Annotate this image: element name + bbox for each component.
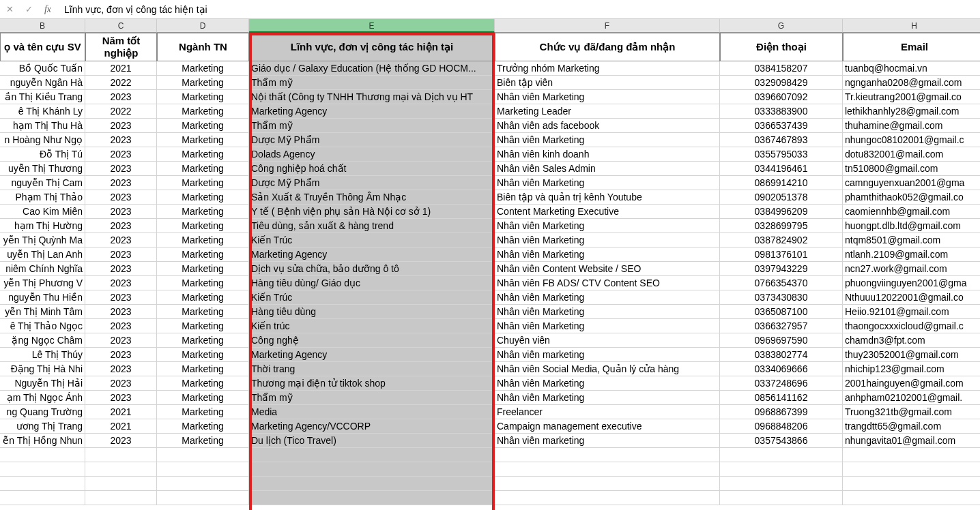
header-cell[interactable]: ọ và tên cựu SV	[0, 33, 85, 61]
formula-input[interactable]	[57, 0, 980, 18]
cell[interactable]	[249, 491, 495, 505]
cell[interactable]: Content Marketing Executive	[495, 205, 720, 219]
cell[interactable]: 2023	[85, 133, 157, 147]
cell[interactable]: Nhân viên marketing	[495, 348, 720, 362]
cell[interactable]: Nhân viên marketing	[495, 434, 720, 448]
cell[interactable]: Biên tập viên	[495, 76, 720, 90]
cell[interactable]: nhungavita01@gmail.com	[843, 434, 980, 448]
cell[interactable]: Marketing	[157, 61, 249, 76]
cell[interactable]: Media	[249, 405, 495, 419]
cell[interactable]	[843, 448, 980, 462]
cell[interactable]: nguyễn Thu Hiền	[0, 290, 85, 305]
cell[interactable]: 0856141162	[720, 391, 843, 405]
cell[interactable]: ntlanh.2109@gmail.com	[843, 247, 980, 262]
cell[interactable]: Heiio.92101@gmail.com	[843, 305, 980, 319]
cell[interactable]: nguyễn Ngân Hà	[0, 76, 85, 90]
cell[interactable]: Marketing	[157, 305, 249, 319]
cell[interactable]: thuy23052001@gmail.com	[843, 348, 980, 362]
cell[interactable]: 0766354370	[720, 276, 843, 290]
cell[interactable]: Nhân viên Marketing	[495, 305, 720, 319]
cell[interactable]: 2023	[85, 319, 157, 333]
cell[interactable]: Nội thất (Công ty TNHH Thương mại và Dịc…	[249, 90, 495, 104]
cell[interactable]: Thời trang	[249, 362, 495, 376]
cell[interactable]: 2023	[85, 147, 157, 162]
cell[interactable]	[157, 491, 249, 505]
cell[interactable]: 0968848206	[720, 419, 843, 434]
cell[interactable]: 0329098429	[720, 76, 843, 90]
cell[interactable]: huongpt.dlb.ltd@gmail.com	[843, 219, 980, 233]
cell[interactable]: Nhân viên FB ADS/ CTV Content SEO	[495, 276, 720, 290]
cell[interactable]: 2023	[85, 219, 157, 233]
cell[interactable]: Marketing Agency	[249, 104, 495, 119]
cell[interactable]: ng Quang Trường	[0, 405, 85, 419]
cell[interactable]: Dược Mỹ Phẩm	[249, 176, 495, 190]
cell[interactable]: Du lịch (Tico Travel)	[249, 434, 495, 448]
cell[interactable]: 2021	[85, 61, 157, 76]
cell[interactable]: Marketing	[157, 319, 249, 333]
cell[interactable]: Nhân viên Marketing	[495, 247, 720, 262]
cell[interactable]: ặng Ngọc Châm	[0, 333, 85, 348]
cell[interactable]	[495, 448, 720, 462]
cell[interactable]: Công nghệ	[249, 333, 495, 348]
cell[interactable]: Marketing	[157, 391, 249, 405]
cell[interactable]: 0333883900	[720, 104, 843, 119]
cell[interactable]: Hàng tiêu dùng	[249, 305, 495, 319]
cell[interactable]	[720, 491, 843, 505]
cell[interactable]: tn510800@gmail.com	[843, 162, 980, 176]
cell[interactable]: Marketing	[157, 190, 249, 205]
cell[interactable]: Biên tập và quản trị kênh Youtube	[495, 190, 720, 205]
cell[interactable]: Nhân viên kinh doanh	[495, 147, 720, 162]
cell[interactable]: Nhân viên Social Media, Quản lý cửa hàng	[495, 362, 720, 376]
cell[interactable]	[157, 462, 249, 477]
cell[interactable]: 0367467893	[720, 133, 843, 147]
header-cell[interactable]: Lĩnh vực, đơn vị công tác hiện tại	[249, 33, 495, 61]
cell[interactable]: niêm Chính Nghĩa	[0, 262, 85, 276]
cell[interactable]: Nthuuu12022001@gmail.co	[843, 290, 980, 305]
cell[interactable]: 0968867399	[720, 405, 843, 419]
cell[interactable]: Thẩm mỹ	[249, 76, 495, 90]
cell[interactable]: 0387824902	[720, 233, 843, 247]
cell[interactable]: 0344196461	[720, 162, 843, 176]
cell[interactable]: 2023	[85, 434, 157, 448]
cell[interactable]: Phạm Thị Thảo	[0, 190, 85, 205]
cell[interactable]: Nhân viên Sales Admin	[495, 162, 720, 176]
cell[interactable]: 0366327957	[720, 319, 843, 333]
cell[interactable]	[720, 462, 843, 477]
cell[interactable]: Nhân viên Marketing	[495, 376, 720, 391]
cell[interactable]: Dolads Agency	[249, 147, 495, 162]
cell[interactable]: Cao Kim Miên	[0, 205, 85, 219]
cell[interactable]: 2023	[85, 348, 157, 362]
cell[interactable]: Nhân viên Marketing	[495, 176, 720, 190]
cell[interactable]: trangdtt65@gmail.com	[843, 419, 980, 434]
cell[interactable]: 2023	[85, 90, 157, 104]
cell[interactable]: 0384158207	[720, 61, 843, 76]
cell[interactable]: Nhân viên ads facebook	[495, 119, 720, 133]
cell[interactable]: Marketing Agency/VCCORP	[249, 419, 495, 434]
cell[interactable]	[495, 477, 720, 491]
spreadsheet-grid[interactable]: BCDEFGH ọ và tên cựu SVNăm tốt nghiệpNgà…	[0, 19, 980, 505]
cell[interactable]: Công nghiệp hoá chất	[249, 162, 495, 176]
fx-icon[interactable]: fx	[38, 4, 57, 15]
cell[interactable]	[843, 477, 980, 491]
cell[interactable]	[0, 448, 85, 462]
cell[interactable]: Campaign management executive	[495, 419, 720, 434]
cell[interactable]	[157, 477, 249, 491]
column-header-D[interactable]: D	[157, 19, 249, 33]
cell[interactable]: Dịch vụ sửa chữa, bảo dưỡng ô tô	[249, 262, 495, 276]
cell[interactable]: 2023	[85, 119, 157, 133]
cell[interactable]: phuongviinguyen2001@gma	[843, 276, 980, 290]
column-header-B[interactable]: B	[0, 19, 85, 33]
cell[interactable]: 0397943229	[720, 262, 843, 276]
column-header-C[interactable]: C	[85, 19, 157, 33]
cell[interactable]: Marketing	[157, 405, 249, 419]
cell[interactable]: 0357543866	[720, 434, 843, 448]
cell[interactable]: 0902051378	[720, 190, 843, 205]
cell[interactable]: Thẩm mỹ	[249, 391, 495, 405]
cell[interactable]: Tiêu dùng, sản xuất & hàng trend	[249, 219, 495, 233]
cell[interactable]: 2023	[85, 190, 157, 205]
cell[interactable]: Freelancer	[495, 405, 720, 419]
cell[interactable]: 2022	[85, 104, 157, 119]
cell[interactable]: 2023	[85, 376, 157, 391]
cell[interactable]: Marketing	[157, 205, 249, 219]
cell[interactable]	[843, 462, 980, 477]
